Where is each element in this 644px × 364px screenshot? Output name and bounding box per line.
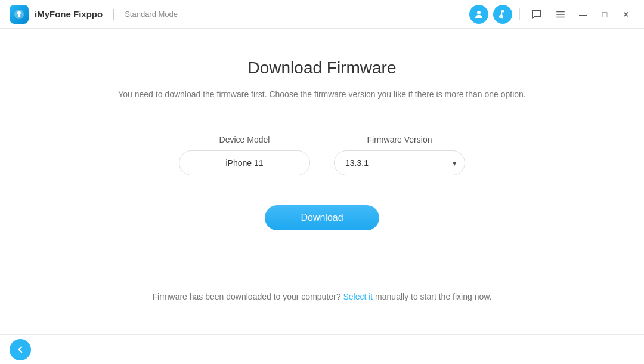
- app-logo: [10, 5, 29, 24]
- app-name: iMyFone Fixppo: [35, 9, 103, 19]
- device-model-group: Device Model: [179, 135, 310, 175]
- user-icon[interactable]: [469, 5, 488, 24]
- device-model-label: Device Model: [179, 135, 310, 144]
- tb-separator: [519, 8, 520, 20]
- firmware-version-group: Firmware Version 13.3.1 13.3 13.2.3 13.2…: [334, 135, 465, 175]
- title-divider: [113, 9, 114, 20]
- page-subtitle: You need to download the firmware first.…: [118, 90, 526, 99]
- close-button[interactable]: ✕: [618, 6, 634, 23]
- firmware-version-select[interactable]: 13.3.1 13.3 13.2.3 13.2 13.1.3: [334, 150, 465, 175]
- firmware-select-wrapper: 13.3.1 13.3 13.2.3 13.2 13.1.3 ▾: [334, 150, 465, 175]
- mode-label: Standard Mode: [125, 10, 178, 18]
- title-bar: iMyFone Fixppo Standard Mode: [0, 0, 644, 29]
- select-it-link[interactable]: Select it: [343, 292, 373, 301]
- music-search-icon[interactable]: [493, 5, 512, 24]
- device-model-input[interactable]: [179, 150, 310, 175]
- form-area: Device Model Firmware Version 13.3.1 13.…: [179, 135, 465, 175]
- svg-line-2: [502, 17, 503, 18]
- back-button[interactable]: [10, 339, 31, 360]
- footer-text: Firmware has been downloaded to your com…: [153, 292, 492, 301]
- title-bar-left: iMyFone Fixppo Standard Mode: [10, 5, 469, 24]
- chat-icon[interactable]: [527, 5, 546, 24]
- title-bar-right: — □ ✕: [469, 5, 634, 24]
- main-content: Download Firmware You need to download t…: [0, 29, 644, 334]
- footer-text-after: manually to start the fixing now.: [375, 292, 491, 301]
- footer-text-before: Firmware has been downloaded to your com…: [153, 292, 341, 301]
- bottom-bar: [0, 334, 644, 364]
- menu-icon[interactable]: [551, 5, 570, 24]
- download-button[interactable]: Download: [265, 205, 379, 230]
- firmware-version-label: Firmware Version: [334, 135, 465, 144]
- page-title: Download Firmware: [248, 58, 397, 78]
- minimize-button[interactable]: —: [575, 6, 592, 23]
- maximize-button[interactable]: □: [596, 6, 613, 23]
- svg-point-0: [477, 11, 481, 14]
